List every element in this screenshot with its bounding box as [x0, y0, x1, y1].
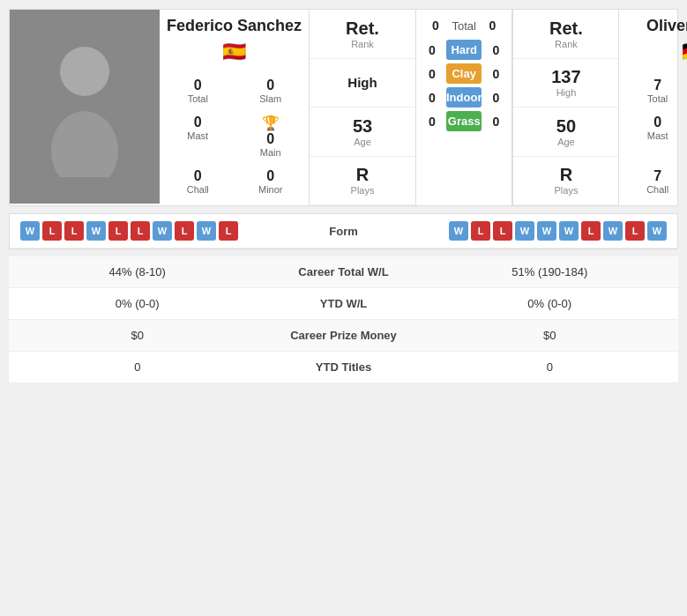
left-slam-value: 0: [266, 78, 274, 93]
left-player-name: Federico Sanchez: [167, 17, 302, 35]
hard-right-score: 0: [487, 43, 504, 57]
indoor-left-score: 0: [423, 91, 441, 105]
form-badge-left: W: [86, 221, 106, 241]
form-badge-right: W: [515, 221, 534, 241]
main-container: Federico Sanchez 🇪🇸 0 Total 0 Slam 0 Mas…: [0, 0, 687, 392]
prize-right: $0: [432, 329, 668, 342]
titles-left: 0: [19, 360, 256, 374]
left-minor-value: 0: [266, 168, 274, 184]
clay-badge: Clay: [446, 63, 482, 84]
right-stat-blocks: Ret. Rank 137 High 50 Age R Plays: [512, 10, 618, 205]
left-age-block: 53 Age: [310, 108, 415, 157]
right-total-value: 7: [653, 78, 661, 93]
ytd-wl-row: 0% (0-0) YTD W/L 0% (0-0): [9, 288, 678, 320]
hard-badge: Hard: [446, 40, 482, 60]
right-plays-block: R Plays: [513, 157, 618, 206]
svg-point-1: [51, 111, 118, 177]
ytd-wl-right: 0% (0-0): [432, 297, 668, 310]
left-age-label: Age: [354, 137, 371, 147]
career-wl-right: 51% (190-184): [432, 265, 668, 278]
ytd-wl-label: YTD W/L: [256, 297, 432, 310]
left-plays-label: Plays: [351, 185, 375, 196]
left-total-label: Total: [188, 93, 208, 104]
left-age-value: 53: [353, 116, 372, 137]
right-high-label: High: [556, 87, 577, 98]
left-chall-label: Chall: [187, 184, 209, 195]
left-rank-label: Rank: [351, 39, 374, 49]
titles-right: 0: [432, 360, 668, 374]
left-chall-value: 0: [194, 168, 202, 184]
indoor-badge: Indoor: [446, 87, 482, 108]
left-stat-blocks: Ret. Rank High 53 Age R Plays: [310, 10, 415, 205]
form-badge-left: L: [64, 221, 84, 241]
prize-left: $0: [19, 329, 256, 342]
form-badge-right: W: [603, 221, 623, 241]
form-badge-right: W: [647, 221, 667, 241]
left-mast-value: 0: [194, 115, 202, 130]
right-age-value: 50: [556, 116, 576, 137]
grass-left-score: 0: [423, 115, 441, 129]
form-badge-left: W: [153, 221, 172, 241]
right-mast-cell: 0 Mast: [623, 111, 687, 161]
right-player-flag: 🇩🇪: [682, 41, 687, 63]
right-chall-cell: 7 Chall: [623, 165, 687, 198]
form-right-badges: WLLWWWLWLW: [397, 221, 668, 241]
indoor-right-score: 0: [487, 91, 504, 105]
form-label: Form: [291, 225, 397, 238]
right-plays-label: Plays: [554, 185, 578, 196]
left-trophy-cell: 🏆 0 Main: [236, 111, 306, 161]
right-high-value: 137: [551, 67, 580, 87]
right-rank-block: Ret. Rank: [513, 10, 618, 59]
left-mast-label: Mast: [187, 130, 208, 141]
right-rank-label: Rank: [555, 39, 578, 49]
clay-right-score: 0: [487, 67, 504, 81]
form-badge-left: W: [20, 221, 40, 241]
grass-row: 0 Grass 0: [423, 111, 504, 131]
comparison-section: 44% (8-10) Career Total W/L 51% (190-184…: [9, 256, 678, 383]
left-minor-cell: 0 Minor: [236, 165, 306, 198]
left-trophy-icon: 🏆: [262, 115, 280, 131]
form-row: WLLWLLWLWL Form WLLWWWLWLW: [10, 214, 677, 249]
form-badge-left: L: [108, 221, 128, 241]
prize-label: Career Prize Money: [256, 329, 432, 342]
form-badge-left: W: [197, 221, 216, 241]
clay-left-score: 0: [423, 67, 441, 81]
right-age-label: Age: [557, 137, 575, 147]
left-rank-block: Ret. Rank: [310, 10, 415, 59]
form-badge-right: W: [559, 221, 579, 241]
form-badge-left: L: [219, 221, 238, 241]
left-high-value: High: [347, 75, 377, 90]
left-plays-value: R: [356, 165, 369, 185]
form-left-badges: WLLWLLWLWL: [20, 221, 291, 241]
form-badge-right: W: [537, 221, 556, 241]
form-badge-left: L: [131, 221, 150, 241]
total-label: Total: [452, 19, 475, 33]
top-section: Federico Sanchez 🇪🇸 0 Total 0 Slam 0 Mas…: [9, 9, 678, 206]
left-plays-block: R Plays: [310, 157, 415, 206]
grass-right-score: 0: [487, 115, 504, 129]
titles-label: YTD Titles: [256, 360, 432, 374]
career-wl-left: 44% (8-10): [19, 265, 256, 278]
prize-row: $0 Career Prize Money $0: [9, 320, 678, 352]
right-high-block: 137 High: [513, 59, 618, 108]
left-mast-cell: 0 Mast: [163, 111, 233, 161]
grass-badge: Grass: [446, 111, 482, 131]
right-chall-label: Chall: [646, 184, 668, 195]
total-left-score: 0: [427, 19, 444, 33]
form-badge-right: L: [471, 221, 490, 241]
center-courts: 0 Total 0 0 Hard 0 0 Clay 0 0 Indoor: [415, 10, 512, 205]
left-total-cell: 0 Total: [163, 74, 233, 108]
career-wl-label: Career Total W/L: [256, 265, 432, 278]
form-badge-left: L: [42, 221, 62, 241]
left-slam-label: Slam: [259, 93, 281, 104]
right-player-info: Oliver Gross 🇩🇪 7 Total 0 Slam 0 Mast 🏆 …: [618, 10, 687, 205]
right-mast-label: Mast: [647, 130, 668, 141]
left-player-flag: 🇪🇸: [222, 41, 246, 63]
form-badge-right: W: [449, 221, 468, 241]
total-right-score: 0: [483, 19, 501, 33]
left-main-label: Main: [260, 147, 281, 158]
left-player-info: Federico Sanchez 🇪🇸 0 Total 0 Slam 0 Mas…: [160, 10, 310, 205]
left-rank-value: Ret.: [346, 19, 379, 39]
left-player-photo: [10, 10, 160, 204]
left-stats-grid: 0 Total 0 Slam 0 Mast 🏆 0 Main 0: [163, 74, 305, 198]
